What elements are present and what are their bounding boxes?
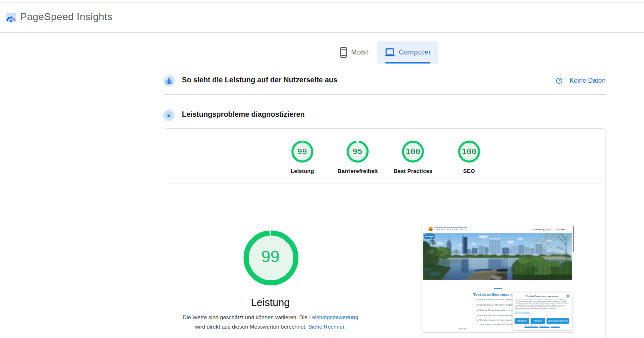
svg-text:99: 99 <box>297 147 307 157</box>
svg-text:100: 100 <box>462 147 476 157</box>
svg-text:100: 100 <box>406 147 420 157</box>
svg-text:95: 95 <box>352 147 362 157</box>
svg-text:99: 99 <box>261 247 280 265</box>
